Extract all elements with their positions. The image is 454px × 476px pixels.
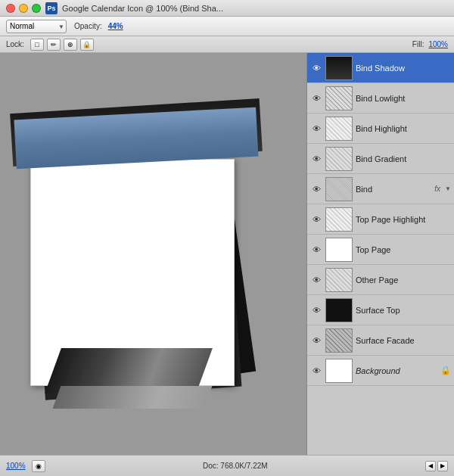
layer-thumbnail bbox=[325, 298, 353, 322]
layer-name: Other Page bbox=[356, 275, 451, 285]
eye-visibility-icon[interactable]: 👁 bbox=[310, 334, 322, 347]
layer-name: Bind Gradient bbox=[356, 154, 451, 163]
traffic-lights bbox=[6, 4, 41, 13]
layer-row[interactable]: 👁Other Page bbox=[307, 265, 454, 295]
eye-visibility-icon[interactable]: 👁 bbox=[310, 365, 322, 377]
layer-row[interactable]: 👁Top Page Highlight bbox=[307, 204, 454, 235]
document-info: Doc: 768.0K/7.22M bbox=[51, 462, 419, 470]
eye-visibility-icon[interactable]: 👁 bbox=[310, 213, 322, 226]
blend-mode-wrapper[interactable]: Normal ▼ bbox=[6, 20, 67, 33]
layer-name: Background bbox=[356, 366, 437, 375]
layer-row[interactable]: 👁Bind Gradient bbox=[307, 144, 454, 174]
status-bar: 100% ◉ Doc: 768.0K/7.22M ◀ ▶ bbox=[0, 455, 454, 476]
layer-row[interactable]: 👁Bind Lowlight bbox=[307, 83, 454, 114]
eye-visibility-icon[interactable]: 👁 bbox=[310, 304, 322, 316]
layer-row[interactable]: 👁Top Page bbox=[307, 235, 454, 265]
canvas-content bbox=[8, 61, 306, 455]
fx-expand-arrow[interactable]: ▼ bbox=[445, 185, 451, 192]
lock-all-button[interactable]: 🔒 bbox=[80, 39, 94, 51]
layers-panel: 👁Bind Shadow👁Bind Lowlight👁Bind Highligh… bbox=[306, 53, 454, 455]
lock-transparent-button[interactable]: □ bbox=[30, 39, 44, 51]
layer-name: Surface Facade bbox=[356, 336, 451, 345]
canvas-area[interactable] bbox=[0, 53, 306, 455]
fill-label: Fill: bbox=[412, 40, 424, 48]
eye-visibility-icon[interactable]: 👁 bbox=[310, 92, 322, 104]
zoom-level[interactable]: 100% bbox=[6, 462, 26, 470]
nav-prev-button[interactable]: ◀ bbox=[425, 461, 436, 471]
maximize-button[interactable] bbox=[32, 4, 41, 13]
layer-thumbnail bbox=[325, 207, 353, 232]
eye-visibility-icon[interactable]: 👁 bbox=[310, 244, 322, 256]
blend-mode-select[interactable]: Normal bbox=[6, 20, 67, 33]
eye-visibility-icon[interactable]: 👁 bbox=[310, 62, 322, 74]
main-area: 👁Bind Shadow👁Bind Lowlight👁Bind Highligh… bbox=[0, 53, 454, 455]
icon-preview bbox=[8, 61, 280, 431]
title-bar: Ps Google Calendar Icon @ 100% (Bind Sha… bbox=[0, 0, 454, 17]
layer-name: Bind Lowlight bbox=[356, 94, 451, 103]
mode-opacity-toolbar: Normal ▼ Opacity: 44% bbox=[0, 17, 454, 36]
close-button[interactable] bbox=[6, 4, 15, 13]
layer-row[interactable]: 👁Surface Top bbox=[307, 295, 454, 325]
lock-toolbar: Lock: □ ✏ ⊕ 🔒 Fill: 100% bbox=[0, 36, 454, 53]
status-info-button[interactable]: ◉ bbox=[32, 460, 45, 472]
eye-visibility-icon[interactable]: 👁 bbox=[310, 123, 322, 135]
layer-row[interactable]: 👁Surface Facade bbox=[307, 325, 454, 356]
layer-row[interactable]: 👁Bind Shadow bbox=[307, 53, 454, 83]
layer-name: Bind Shadow bbox=[356, 64, 451, 73]
eye-visibility-icon[interactable]: 👁 bbox=[310, 183, 322, 195]
layer-lock-icon: 🔒 bbox=[440, 366, 451, 375]
fill-value[interactable]: 100% bbox=[428, 40, 448, 48]
minimize-button[interactable] bbox=[19, 4, 28, 13]
layer-thumbnail bbox=[325, 238, 353, 262]
layer-name: Top Page bbox=[356, 245, 451, 254]
ps-icon: Ps bbox=[45, 2, 58, 14]
nav-next-button[interactable]: ▶ bbox=[437, 461, 448, 471]
layer-row[interactable]: 👁Bindfx▼ bbox=[307, 174, 454, 204]
layer-thumbnail bbox=[325, 268, 353, 292]
layer-name: Top Page Highlight bbox=[356, 215, 451, 224]
lock-image-button[interactable]: ✏ bbox=[47, 39, 61, 51]
surface-facade-preview bbox=[53, 386, 213, 409]
layer-name: Bind bbox=[356, 185, 431, 194]
lock-position-button[interactable]: ⊕ bbox=[64, 39, 77, 51]
layer-thumbnail bbox=[325, 56, 353, 80]
layer-name: Surface Top bbox=[356, 306, 451, 315]
layer-thumbnail bbox=[325, 147, 353, 171]
layer-thumbnail bbox=[325, 177, 353, 201]
eye-visibility-icon[interactable]: 👁 bbox=[310, 153, 322, 165]
eye-visibility-icon[interactable]: 👁 bbox=[310, 274, 322, 286]
layer-thumbnail bbox=[325, 359, 353, 383]
nav-buttons: ◀ ▶ bbox=[425, 461, 448, 471]
layer-thumbnail bbox=[325, 328, 353, 353]
fx-badge: fx bbox=[434, 185, 440, 193]
layer-thumbnail bbox=[325, 117, 353, 141]
layer-name: Bind Highlight bbox=[356, 124, 451, 133]
opacity-label: Opacity: bbox=[74, 22, 102, 30]
layer-row[interactable]: 👁Background🔒 bbox=[307, 356, 454, 386]
lock-label: Lock: bbox=[6, 40, 24, 48]
layer-row[interactable]: 👁Bind Highlight bbox=[307, 114, 454, 144]
layer-thumbnail bbox=[325, 86, 353, 110]
opacity-value[interactable]: 44% bbox=[108, 22, 123, 30]
window-title: Google Calendar Icon @ 100% (Bind Sha... bbox=[62, 4, 448, 13]
